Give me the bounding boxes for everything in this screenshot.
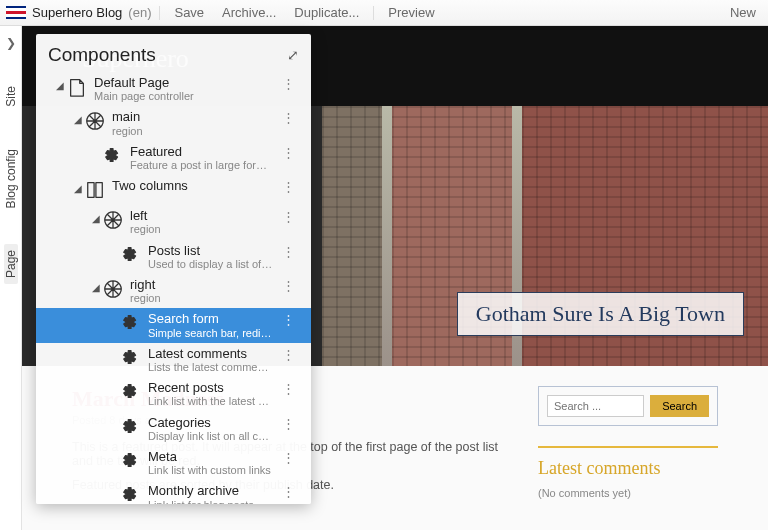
page-icon [66,76,88,98]
tree-item-name: Featured [130,145,274,159]
tree-item-monthly-archive[interactable]: ◢Monthly archiveLink list for blog posts… [36,480,311,504]
site-lang: (en) [128,5,151,20]
components-panel: Components ⤢ ◢Default PageMain page cont… [36,34,311,504]
tree-item-name: Latest comments [148,347,274,361]
part-icon [120,244,142,266]
tree-item-name: Categories [148,416,274,430]
tree-item-desc: Feature a post in large format [130,159,274,171]
part-icon [102,145,124,167]
latest-comments-widget: Latest comments (No comments yet) [538,446,718,499]
tab-site[interactable]: Site [4,80,18,113]
tree-item-meta[interactable]: ◢MetaLink list with custom links⋮ [36,446,311,480]
part-icon [120,450,142,472]
expand-arrow-icon[interactable]: ◢ [90,282,102,293]
tree-item-two-columns[interactable]: ◢Two columns⋮ [36,175,311,205]
item-menu-icon[interactable]: ⋮ [274,278,303,293]
tree-item-desc: Main page controller [94,90,264,102]
tree-item-categories[interactable]: ◢CategoriesDisplay link list on all cate… [36,412,311,446]
tree-item-name: Search form [148,312,274,326]
tree-item-name: Two columns [112,179,274,193]
item-menu-icon[interactable]: ⋮ [274,244,303,259]
archive-button[interactable]: Archive... [216,5,282,20]
tree-item-name: right [130,278,274,292]
tree-item-desc: Link list with the latest blog p... [148,395,274,407]
widget-title: Latest comments [538,458,718,479]
item-menu-icon[interactable]: ⋮ [274,209,303,224]
item-menu-icon[interactable]: ⋮ [274,381,303,396]
popout-icon[interactable]: ⤢ [287,47,299,63]
tree-item-name: Recent posts [148,381,274,395]
expand-arrow-icon[interactable]: ◢ [54,80,66,91]
site-title: Superhero Blog [32,5,122,20]
item-menu-icon[interactable]: ⋮ [274,76,303,91]
tree-item-desc: region [112,125,274,137]
tree-item-name: Meta [148,450,274,464]
expand-arrow-icon[interactable]: ◢ [72,183,84,194]
tree-item-desc: region [130,292,274,304]
layout-icon [84,179,106,201]
part-icon [120,381,142,403]
preview-button[interactable]: Preview [382,5,440,20]
tree-item-name: Default Page [94,76,274,90]
search-button[interactable]: Search [650,395,709,417]
tree-item-main[interactable]: ◢mainregion⋮ [36,106,311,140]
tree-item-name: main [112,110,274,124]
tree-item-desc: Lists the latest comments on ... [148,361,274,373]
expand-arrow-icon[interactable]: ◢ [90,213,102,224]
duplicate-button[interactable]: Duplicate... [288,5,365,20]
item-menu-icon[interactable]: ⋮ [274,312,303,327]
expand-arrow-icon[interactable]: ◢ [72,114,84,125]
top-toolbar: Superhero Blog (en) Save Archive... Dupl… [0,0,768,26]
tree-item-featured[interactable]: ◢FeaturedFeature a post in large format⋮ [36,141,311,175]
search-widget: Search [538,386,718,426]
sidebar-column: Search Latest comments (No comments yet) [538,386,718,502]
part-icon [120,312,142,334]
tree-item-default-page[interactable]: ◢Default PageMain page controller⋮ [36,72,311,106]
widget-empty-text: (No comments yet) [538,487,718,499]
region-icon [102,209,124,231]
item-menu-icon[interactable]: ⋮ [274,347,303,362]
item-menu-icon[interactable]: ⋮ [274,110,303,125]
item-menu-icon[interactable]: ⋮ [274,416,303,431]
item-menu-icon[interactable]: ⋮ [274,450,303,465]
tree-item-recent-posts[interactable]: ◢Recent postsLink list with the latest b… [36,377,311,411]
locale-flag-icon [6,6,26,20]
region-icon [84,110,106,132]
part-icon [120,347,142,369]
new-button[interactable]: New [724,5,762,20]
tree-item-name: Monthly archive [148,484,274,498]
tree-item-latest-comments[interactable]: ◢Latest commentsLists the latest comment… [36,343,311,377]
panel-title: Components [48,44,156,66]
item-menu-icon[interactable]: ⋮ [274,484,303,499]
hero-image: Gotham Sure Is A Big Town [322,106,768,366]
tree-item-right[interactable]: ◢rightregion⋮ [36,274,311,308]
tree-item-desc: Link list for blog posts, group... [148,499,274,504]
tree-item-desc: Display link list on all categori... [148,430,274,442]
expand-chevron-icon[interactable]: ❯ [6,36,16,50]
save-button[interactable]: Save [168,5,210,20]
tree-item-posts-list[interactable]: ◢Posts listUsed to display a list of blo… [36,240,311,274]
search-input[interactable] [547,395,644,417]
region-icon [102,278,124,300]
item-menu-icon[interactable]: ⋮ [274,145,303,160]
tab-page[interactable]: Page [4,244,18,284]
tree-item-desc: Used to display a list of blog p... [148,258,274,270]
left-tabs: ❯ Site Blog config Page [0,26,22,530]
part-icon [120,416,142,438]
tree-item-left[interactable]: ◢leftregion⋮ [36,205,311,239]
part-icon [120,484,142,504]
tree-item-search-form[interactable]: ◢Search formSimple search bar, redirects… [36,308,311,342]
components-tree: ◢Default PageMain page controller⋮◢mainr… [36,72,311,504]
item-menu-icon[interactable]: ⋮ [274,179,303,194]
tree-item-desc: Simple search bar, redirects t... [148,327,274,339]
tab-blog-config[interactable]: Blog config [4,143,18,214]
tree-item-name: left [130,209,274,223]
tree-item-desc: Link list with custom links [148,464,274,476]
tree-item-name: Posts list [148,244,274,258]
tree-item-desc: region [130,223,274,235]
hero-caption: Gotham Sure Is A Big Town [457,292,744,336]
